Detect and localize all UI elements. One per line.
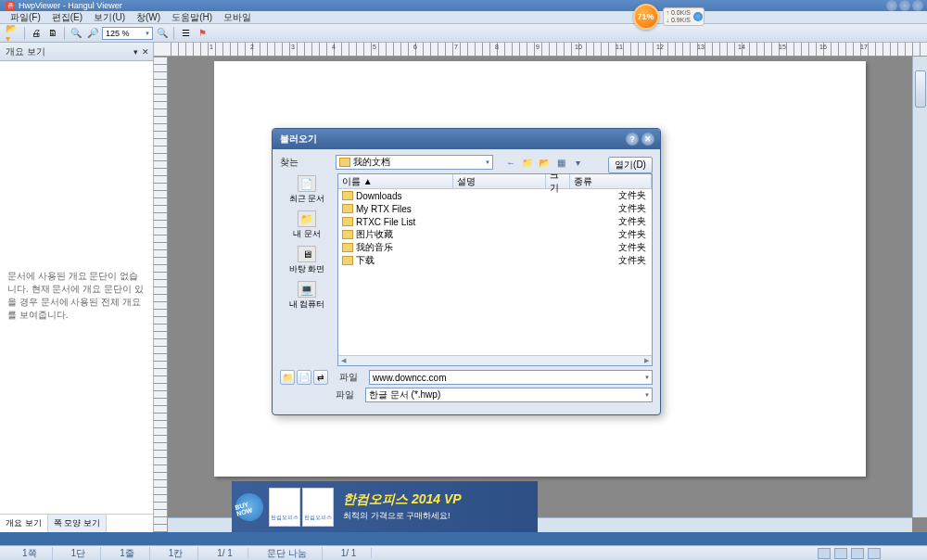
- dialog-close-icon[interactable]: ✕: [641, 133, 654, 146]
- file-name: 图片收藏: [356, 228, 454, 241]
- file-name: 我的音乐: [356, 241, 454, 254]
- ad-banner[interactable]: BUY NOW 한컴오피스 한컴오피스 한컴오피스 2014 VP 최적의 가격…: [232, 481, 538, 532]
- menu-edit[interactable]: 편집(E): [47, 11, 87, 24]
- sidebar-close-icon[interactable]: ✕: [142, 47, 149, 57]
- file-type: 文件夹: [618, 215, 652, 228]
- folder-icon: [342, 230, 353, 239]
- menu-bar: 파일(F) 편집(E) 보기(U) 창(W) 도움말(H) 모바일: [0, 11, 927, 24]
- minimize-button[interactable]: [886, 0, 897, 11]
- folder-icon: [342, 243, 353, 252]
- status-page: 1쪽: [7, 547, 53, 560]
- file-name: 下载: [356, 254, 454, 267]
- places-bar: 📄최근 문서 📁내 문서 🖥바탕 화면 💻내 컴퓨터: [280, 173, 334, 366]
- sidebar-message: 문서에 사용된 개요 문단이 없습니다. 현재 문서에 개요 문단이 있을 경우…: [7, 270, 146, 322]
- menu-window[interactable]: 창(W): [132, 11, 165, 24]
- status-section: 1단: [57, 547, 102, 560]
- open-icon[interactable]: 📂▾: [6, 26, 20, 41]
- menu-file[interactable]: 파일(F): [6, 11, 45, 24]
- lookin-combo[interactable]: 我的文档: [336, 155, 493, 170]
- zoom-out-icon[interactable]: 🔍: [69, 26, 83, 41]
- ruler-vertical[interactable]: [154, 57, 168, 532]
- col-name[interactable]: 이름 ▲: [338, 174, 453, 188]
- zoom-in-icon[interactable]: 🔎: [85, 26, 100, 41]
- computer-icon: 💻: [298, 281, 316, 298]
- tool-icon-2[interactable]: ⚑: [195, 26, 210, 41]
- zoom-combo[interactable]: 125 %: [102, 27, 153, 40]
- newfolder-icon[interactable]: 📂: [538, 156, 551, 169]
- menu-mobile[interactable]: 모바일: [219, 11, 256, 24]
- tool-icon-1[interactable]: ☰: [178, 26, 193, 41]
- view-btn-3[interactable]: ⇄: [313, 370, 328, 385]
- file-type: 文件夹: [618, 202, 652, 215]
- view-btn-1[interactable]: 📁: [280, 370, 295, 385]
- status-btn-3[interactable]: [851, 548, 864, 559]
- download-stat: ↓ 0.9K/S: [667, 17, 691, 24]
- file-type: 文件夹: [618, 228, 652, 241]
- folder-icon: [339, 158, 350, 167]
- col-desc[interactable]: 설명: [453, 174, 546, 188]
- up-icon[interactable]: 📁: [521, 156, 534, 169]
- search-icon[interactable]: 🔍: [155, 26, 170, 41]
- percent-badge[interactable]: 71%: [633, 4, 659, 30]
- file-row[interactable]: 下载文件夹: [338, 254, 652, 267]
- status-btn-1[interactable]: [818, 548, 831, 559]
- file-row[interactable]: Downloads文件夹: [338, 189, 652, 202]
- print-icon[interactable]: 🖨: [29, 26, 44, 41]
- place-computer[interactable]: 💻내 컴퓨터: [280, 279, 334, 312]
- file-list-hscroll[interactable]: [338, 355, 652, 365]
- back-icon[interactable]: ←: [504, 156, 517, 169]
- views-dd-icon[interactable]: ▾: [571, 156, 584, 169]
- status-bar: 1쪽 1단 1줄 1칸 1/ 1 문단 나눔 1/ 1: [0, 545, 927, 560]
- status-ins2: 문단 나눔: [252, 547, 323, 560]
- filename-input[interactable]: www.downcc.com: [369, 370, 653, 385]
- preview-icon[interactable]: 🗎: [45, 26, 60, 41]
- ruler-horizontal[interactable]: 1234567891011121314151617: [154, 43, 927, 57]
- sidebar: 개요 보기 ▾ ✕ 문서에 사용된 개요 문단이 없습니다. 현재 문서에 개요…: [0, 43, 154, 532]
- close-button[interactable]: [912, 0, 923, 11]
- views-icon[interactable]: ▦: [554, 156, 567, 169]
- folder-icon: [342, 256, 353, 265]
- place-mydocs[interactable]: 📁내 문서: [280, 209, 334, 242]
- place-desktop[interactable]: 🖥바탕 화면: [280, 244, 334, 277]
- sidebar-tabs: 개요 보기 쪽 모양 보기: [0, 514, 153, 532]
- ad-title: 한컴오피스 2014 VP: [343, 491, 462, 508]
- col-type[interactable]: 종류: [570, 174, 652, 188]
- status-ins1: 1/ 1: [202, 548, 248, 558]
- sidebar-dropdown-icon[interactable]: ▾: [133, 47, 138, 57]
- view-btn-2[interactable]: 📄: [297, 370, 311, 385]
- menu-view[interactable]: 보기(U): [89, 11, 130, 24]
- status-btn-2[interactable]: [834, 548, 847, 559]
- tab-outline[interactable]: 개요 보기: [0, 515, 48, 532]
- desktop-icon: 🖥: [298, 246, 316, 262]
- dialog-help-icon[interactable]: ?: [626, 133, 639, 146]
- docs-icon: 📄: [298, 175, 316, 192]
- file-name: Downloads: [356, 191, 454, 201]
- col-size[interactable]: 크기: [546, 174, 570, 188]
- status-ins3: 1/ 1: [326, 548, 373, 558]
- mydocs-icon: 📁: [298, 210, 316, 227]
- status-line: 1줄: [105, 547, 150, 560]
- maximize-button[interactable]: [899, 0, 910, 11]
- open-button[interactable]: 열기(D): [608, 157, 653, 173]
- file-row[interactable]: 我的音乐文件夹: [338, 241, 652, 254]
- sidebar-title: 개요 보기 ▾ ✕: [0, 43, 153, 61]
- tab-page-shape[interactable]: 쪽 모양 보기: [48, 515, 107, 532]
- network-notification: 71% ↑ 0.0K/S ↓ 0.9K/S: [633, 4, 705, 30]
- file-list-header: 이름 ▲ 설명 크기 종류: [338, 174, 652, 189]
- filename-label: 파일: [339, 371, 363, 384]
- scrollbar-vertical[interactable]: [912, 57, 927, 517]
- file-row[interactable]: RTXC File List文件夹: [338, 215, 652, 228]
- status-btn-4[interactable]: [868, 548, 881, 559]
- window-title: HwpViewer - Hangul Viewer: [19, 1, 122, 10]
- place-recent[interactable]: 📄최근 문서: [280, 173, 334, 207]
- file-type: 文件夹: [618, 254, 652, 267]
- filetype-combo[interactable]: 한글 문서 (*.hwp): [365, 388, 653, 402]
- folder-icon: [342, 204, 353, 213]
- file-row[interactable]: My RTX Files文件夹: [338, 202, 652, 215]
- file-name: RTXC File List: [356, 217, 454, 227]
- menu-help[interactable]: 도움말(H): [167, 11, 217, 24]
- file-list[interactable]: 이름 ▲ 설명 크기 종류 Downloads文件夹My RTX Files文件…: [337, 173, 653, 366]
- file-row[interactable]: 图片收藏文件夹: [338, 228, 652, 241]
- network-stats[interactable]: ↑ 0.0K/S ↓ 0.9K/S: [663, 7, 705, 27]
- file-type: 文件夹: [618, 241, 652, 254]
